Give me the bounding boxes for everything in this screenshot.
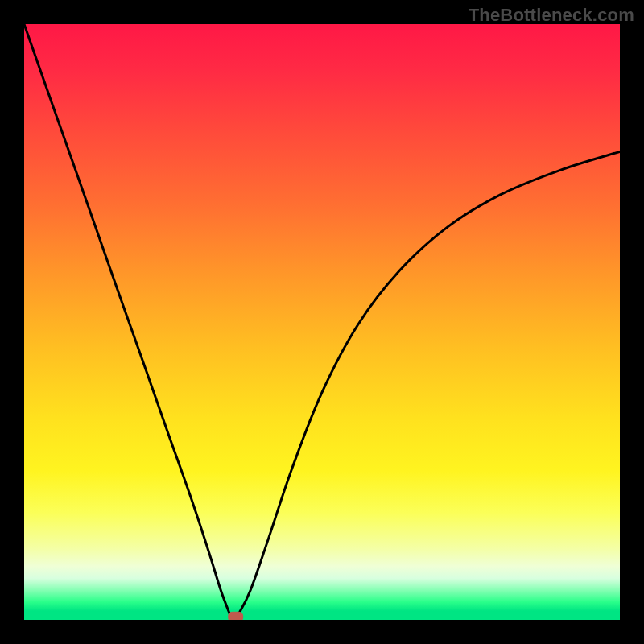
optimum-marker — [229, 612, 243, 620]
plot-area — [24, 24, 620, 620]
watermark-text: TheBottleneck.com — [469, 5, 634, 26]
curve-layer — [24, 24, 620, 620]
bottleneck-curve-left — [24, 24, 229, 614]
bottleneck-curve-right — [238, 151, 620, 613]
chart-frame: TheBottleneck.com — [0, 0, 644, 644]
